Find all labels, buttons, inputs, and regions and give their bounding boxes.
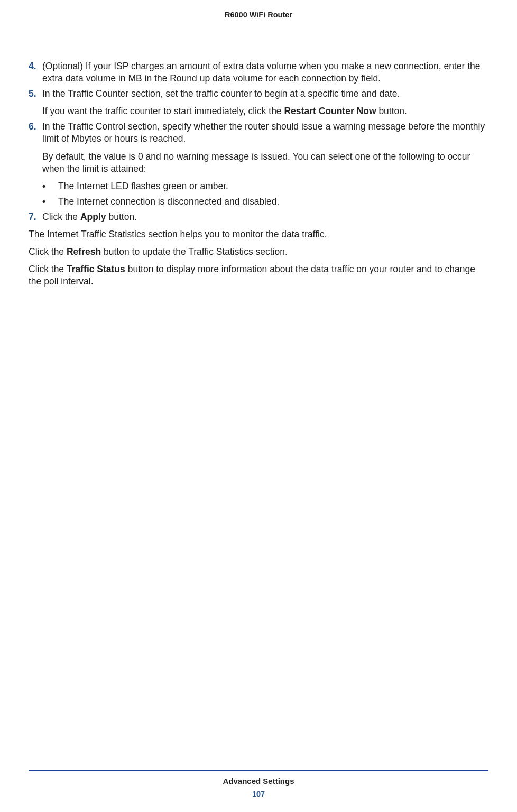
step-5-subpara: If you want the traffic counter to start… [42, 105, 488, 117]
bullet-item: • The Internet LED flashes green or ambe… [42, 180, 488, 192]
step-7: 7. Click the Apply button. [29, 211, 488, 223]
bullet-text: The Internet LED flashes green or amber. [58, 180, 228, 192]
text-pre: Click the [29, 246, 67, 257]
apply-label: Apply [80, 211, 106, 222]
step-5: 5. In the Traffic Counter section, set t… [29, 88, 488, 100]
footer-page-number: 107 [0, 790, 517, 798]
text-post: button. [376, 106, 407, 116]
step-number: 4. [29, 60, 42, 85]
step-number: 6. [29, 121, 42, 145]
bullet-icon: • [42, 180, 58, 192]
step-6-bullets: • The Internet LED flashes green or ambe… [42, 180, 488, 208]
bullet-text: The Internet connection is disconnected … [58, 196, 279, 208]
footer-section-title: Advanced Settings [0, 777, 517, 786]
step-text: In the Traffic Counter section, set the … [42, 88, 488, 100]
bullet-item: • The Internet connection is disconnecte… [42, 196, 488, 208]
step-6-para2: By default, the value is 0 and no warnin… [42, 151, 488, 175]
traffic-status-label: Traffic Status [67, 264, 125, 274]
page-footer: Advanced Settings 107 [0, 770, 517, 798]
text-post: button. [106, 211, 137, 222]
step-text: (Optional) If your ISP charges an amount… [42, 60, 488, 85]
step-6: 6. In the Traffic Control section, speci… [29, 121, 488, 145]
refresh-label: Refresh [67, 246, 101, 257]
restart-counter-now-label: Restart Counter Now [284, 106, 376, 116]
text-pre: Click the [42, 211, 80, 222]
bullet-icon: • [42, 196, 58, 208]
page-content: 4. (Optional) If your ISP charges an amo… [0, 22, 517, 288]
step-4: 4. (Optional) If your ISP charges an amo… [29, 60, 488, 85]
footer-rule [29, 770, 488, 771]
text-pre: Click the [29, 264, 67, 274]
text-pre: If you want the traffic counter to start… [42, 106, 284, 116]
step-text: Click the Apply button. [42, 211, 488, 223]
step-number: 7. [29, 211, 42, 223]
step-number: 5. [29, 88, 42, 100]
after-para-2: Click the Refresh button to update the T… [29, 246, 488, 258]
text-post: button to update the Traffic Statistics … [101, 246, 288, 257]
page-header: R6000 WiFi Router [0, 0, 517, 22]
after-para-3: Click the Traffic Status button to displ… [29, 263, 488, 288]
after-para-1: The Internet Traffic Statistics section … [29, 228, 488, 241]
step-text: In the Traffic Control section, specify … [42, 121, 488, 145]
